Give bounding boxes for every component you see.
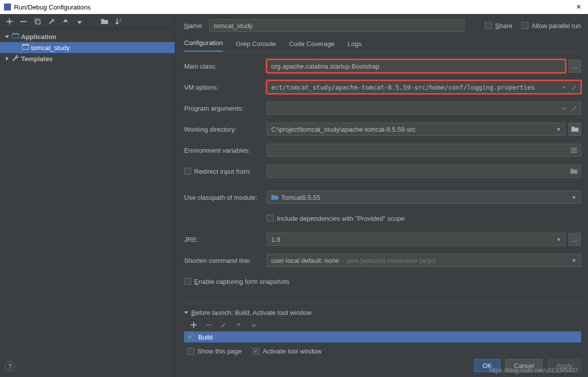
cancel-button[interactable]: Cancel: [505, 359, 542, 372]
move-down-icon[interactable]: [75, 17, 84, 26]
application-icon: [12, 33, 19, 41]
add-icon[interactable]: [5, 17, 14, 26]
folder-icon[interactable]: [570, 167, 578, 175]
allow-parallel-checkbox[interactable]: Allow parallel run: [521, 22, 581, 30]
classpath-select[interactable]: Tomcat8.5.55 ▼: [267, 191, 581, 204]
redirect-label-text: Redirect input from:: [194, 168, 251, 175]
copy-icon[interactable]: [33, 17, 42, 26]
shorten-select[interactable]: user-local default: none - java [options…: [267, 254, 581, 267]
browse-button[interactable]: [568, 123, 581, 136]
svg-rect-6: [23, 46, 29, 49]
help-icon[interactable]: ?: [5, 361, 15, 371]
show-page-label: Show this page: [197, 347, 242, 355]
add-icon[interactable]: +: [560, 104, 568, 112]
share-checkbox[interactable]: Share: [485, 22, 512, 30]
svg-rect-9: [571, 152, 577, 153]
apply-button[interactable]: Apply: [547, 359, 581, 372]
move-up-icon[interactable]: [61, 17, 70, 26]
browse-button[interactable]: …: [568, 60, 581, 73]
application-icon: [22, 44, 29, 52]
vm-options-label: VM options:: [184, 84, 262, 91]
collapse-icon[interactable]: [4, 36, 10, 38]
program-args-input[interactable]: [267, 102, 581, 115]
move-down-icon[interactable]: [249, 320, 258, 329]
ok-button[interactable]: OK: [474, 359, 500, 372]
tab-logs[interactable]: Logs: [348, 40, 362, 52]
vm-options-input[interactable]: [267, 81, 581, 94]
remove-icon[interactable]: [19, 17, 28, 26]
activate-tool-window-checkbox[interactable]: Activate tool window: [253, 347, 322, 355]
allow-parallel-label: Allow parallel run: [531, 22, 581, 30]
folder-icon[interactable]: [100, 17, 109, 26]
tree-node-application[interactable]: Application: [0, 31, 175, 42]
include-provided-label: Include dependencies with "Provided" sco…: [277, 215, 405, 222]
activate-tw-label: Activate tool window: [263, 347, 322, 355]
main-class-label: Main class:: [184, 63, 262, 70]
expand-icon[interactable]: ⤢: [570, 104, 578, 112]
chevron-down-icon: ▼: [556, 237, 561, 242]
expand-icon[interactable]: [4, 57, 10, 61]
tree-node-tomcat-study[interactable]: tomcat_study: [0, 42, 175, 53]
tab-configuration[interactable]: Configuration: [184, 39, 223, 52]
working-dir-value: C:\project\tomcat_study\apache-tomcat-8.…: [271, 126, 415, 133]
list-item[interactable]: Build: [184, 331, 581, 342]
redirect-input: [267, 165, 581, 178]
row-vm-options: VM options: + ⤢: [184, 80, 581, 94]
show-page-checkbox[interactable]: Show this page: [187, 347, 242, 355]
add-icon[interactable]: [189, 320, 198, 329]
dialog-buttons: OK Cancel Apply: [474, 359, 581, 372]
main-class-input[interactable]: [267, 60, 565, 73]
name-input[interactable]: [209, 19, 464, 32]
expand-icon[interactable]: ⤢: [570, 83, 578, 91]
chevron-down-icon: ▼: [556, 127, 561, 132]
working-dir-input[interactable]: C:\project\tomcat_study\apache-tomcat-8.…: [267, 123, 565, 136]
config-tree[interactable]: Application tomcat_study Templates: [0, 29, 175, 377]
before-launch-list[interactable]: Build: [184, 331, 581, 342]
include-provided-checkbox[interactable]: Include dependencies with "Provided" sco…: [267, 215, 405, 222]
jre-select[interactable]: 1.8 ▼: [267, 233, 565, 246]
titlebar: Run/Debug Configurations ×: [0, 0, 588, 14]
share-label: Share: [495, 22, 512, 30]
shorten-label: Shorten command line:: [184, 257, 262, 264]
row-shorten: Shorten command line: user-local default…: [184, 253, 581, 267]
env-vars-label: Environment variables:: [184, 147, 262, 154]
tabs: Configuration Grep Console Code Coverage…: [184, 37, 581, 52]
svg-rect-4: [13, 35, 19, 38]
intellij-icon: [4, 4, 11, 11]
browse-button[interactable]: …: [568, 233, 581, 246]
add-icon[interactable]: +: [560, 83, 568, 91]
env-vars-input[interactable]: [267, 144, 581, 157]
sort-icon[interactable]: [114, 17, 123, 26]
collapse-icon: [184, 311, 188, 314]
row-enable-capture: Enable capturing form snapshots: [184, 274, 581, 288]
wrench-icon[interactable]: [47, 17, 56, 26]
sidebar-toolbar: [0, 14, 175, 29]
svg-rect-0: [21, 21, 27, 22]
row-include-provided: Include dependencies with "Provided" sco…: [184, 211, 581, 225]
row-env-vars: Environment variables:: [184, 143, 581, 157]
list-icon[interactable]: [570, 146, 578, 154]
tab-grep-console[interactable]: Grep Console: [236, 40, 276, 52]
redirect-checkbox[interactable]: Redirect input from:: [184, 168, 251, 175]
remove-icon[interactable]: [204, 320, 213, 329]
move-up-icon[interactable]: [234, 320, 243, 329]
edit-icon[interactable]: [219, 320, 228, 329]
row-jre: JRE: 1.8 ▼ …: [184, 232, 581, 246]
enable-capture-checkbox[interactable]: Enable capturing form snapshots: [184, 278, 289, 285]
tree-label: tomcat_study: [31, 44, 70, 52]
row-classpath: Use classpath of module: Tomcat8.5.55 ▼: [184, 190, 581, 204]
row-main-class: Main class: …: [184, 59, 581, 73]
row-program-args: Program arguments: + ⤢: [184, 101, 581, 115]
build-icon: [187, 333, 194, 341]
top-right-checks: Share Allow parallel run: [485, 22, 581, 30]
close-icon[interactable]: ×: [573, 3, 584, 12]
tab-code-coverage[interactable]: Code Coverage: [289, 40, 335, 52]
before-launch-header[interactable]: Before launch: Build, Activate tool wind…: [184, 309, 581, 316]
shorten-value: user-local default: none: [271, 257, 339, 264]
tree-node-templates[interactable]: Templates: [0, 53, 175, 64]
tree-label: Application: [21, 33, 57, 41]
sidebar: Application tomcat_study Templates: [0, 14, 175, 377]
enable-capture-label: Enable capturing form snapshots: [194, 278, 289, 285]
module-icon: [271, 194, 278, 200]
build-label: Build: [198, 333, 213, 341]
